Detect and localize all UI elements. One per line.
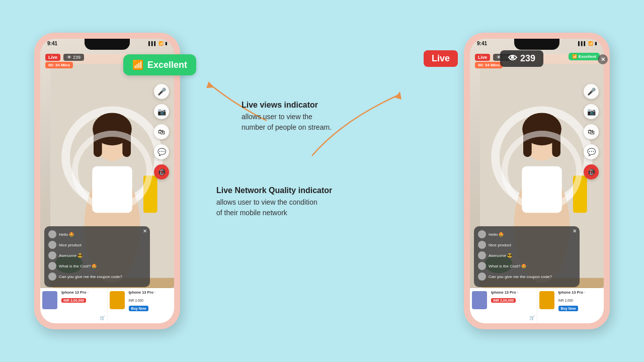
- right-product-arrow-1: ›: [517, 291, 518, 294]
- right-end-call-icon-btn[interactable]: 📵: [584, 164, 599, 179]
- annotation-network-title: Live Network Quality indicator: [216, 186, 332, 195]
- right-chat-msg-5: Can you give me the coupon code?: [478, 273, 576, 281]
- chat-text-1: Hello 🤩: [59, 232, 74, 237]
- right-product-bar: Iphone 13 Pro › INR 2,00,000 🛒 Iphone 13…: [470, 288, 604, 323]
- right-bag-icon-btn[interactable]: 🛍: [584, 124, 599, 139]
- annotation-network: Live Network Quality indicator allows us…: [216, 186, 332, 218]
- right-battery-icon: ▮: [595, 41, 597, 46]
- status-bar: 9:41 ▌▌▌ 📶 ▮: [40, 41, 174, 46]
- chat-icon-btn[interactable]: 💬: [154, 144, 169, 159]
- chat-text-5: Can you give me the coupon code?: [59, 275, 122, 279]
- right-mic-icon-btn[interactable]: 🎤: [584, 84, 599, 99]
- right-product-item-2[interactable]: Iphone 13 Pro › INR 2,000 Buy Now: [537, 288, 604, 323]
- right-chat-msg-4: What is the Cost? 🤩: [478, 262, 576, 270]
- ring-light: [72, 131, 152, 211]
- right-product-arrow-2: ›: [584, 291, 585, 294]
- eye-big-icon: 👁: [508, 53, 517, 64]
- right-product-name-2: Iphone 13 Pro: [558, 290, 584, 295]
- product-info-2: Iphone 13 Pro › INR 2,000 Buy Now: [129, 290, 173, 311]
- product-item-2[interactable]: Iphone 13 Pro › INR 2,000 Buy Now: [108, 288, 175, 323]
- right-wifi-callout-icon: 📶: [572, 54, 577, 59]
- chat-text-2: Nice product: [59, 243, 82, 247]
- mic-icon-btn[interactable]: 🎤: [154, 84, 169, 99]
- product-arrow-1: ›: [88, 291, 89, 294]
- chat-msg-3: Awesome 😎: [48, 251, 146, 259]
- right-chat-close-btn[interactable]: ✕: [573, 228, 577, 234]
- right-ring-light: [502, 131, 582, 211]
- views-count: 239: [73, 55, 80, 60]
- buy-now-btn-left[interactable]: Buy Now: [129, 306, 149, 311]
- camera-icon-btn[interactable]: 📷: [154, 104, 169, 119]
- end-call-icon-btn[interactable]: 📵: [154, 164, 169, 179]
- close-overlay-btn[interactable]: ✕: [598, 54, 608, 64]
- chat-avatar-5: [48, 273, 56, 281]
- product-name-2: Iphone 13 Pro: [129, 290, 154, 295]
- right-status-time: 9:41: [477, 41, 487, 46]
- product-bar: Iphone 13 Pro › INR 2,00,000 🛒 Iphone 13…: [40, 288, 174, 323]
- right-product-name-1: Iphone 13 Pro: [491, 290, 516, 295]
- right-phone-right-icons: 🎤 📷 🛍 💬 📵: [584, 84, 599, 179]
- annotation-network-desc: allows user to view the conditionof thei…: [216, 197, 332, 218]
- svg-marker-11: [206, 81, 214, 88]
- chat-msg-4: What is the Cost? 🤩: [48, 262, 146, 270]
- chat-avatar-1: [48, 230, 56, 238]
- right-camera-icon-btn[interactable]: 📷: [584, 104, 599, 119]
- views-badge-big: 👁 239: [500, 50, 543, 67]
- right-wifi-icon: 📶: [588, 41, 593, 46]
- right-excellent-badge: 📶 Excellent: [569, 53, 600, 60]
- right-product-price-inr-2: INR 2,000: [558, 299, 573, 302]
- views-badge: 👁 239: [63, 54, 84, 61]
- chat-close-btn[interactable]: ✕: [143, 228, 147, 234]
- right-product-thumb-1: [472, 291, 487, 309]
- right-chat-overlay: ✕ Hello 🤩 Nice product Awesome 😎 What is…: [474, 226, 580, 287]
- excellent-badge-left: 📶 Excellent: [123, 54, 196, 75]
- live-big-label: Live: [432, 53, 450, 63]
- right-product-item-1[interactable]: Iphone 13 Pro › INR 2,00,000 🛒: [470, 288, 537, 323]
- right-chat-text-1: Hello 🤩: [489, 232, 504, 237]
- bag-icon-btn[interactable]: 🛍: [154, 124, 169, 139]
- right-chat-text-2: Nice product: [489, 243, 511, 247]
- annotation-views: Live views indicator allows user to view…: [242, 101, 332, 133]
- status-time: 9:41: [47, 41, 57, 46]
- buy-now-btn-right[interactable]: Buy Now: [558, 306, 579, 311]
- chat-text-4: What is the Cost? 🤩: [59, 264, 97, 268]
- status-icons: ▌▌▌ 📶 ▮: [148, 41, 167, 46]
- right-chat-msg-3: Awesome 😎: [478, 251, 576, 259]
- chat-avatar-3: [48, 251, 56, 259]
- right-cart-icon-1[interactable]: 🛒: [529, 315, 535, 320]
- right-product-info-1: Iphone 13 Pro › INR 2,00,000: [491, 290, 535, 304]
- right-chat-avatar-2: [478, 241, 486, 249]
- right-chat-avatar-1: [478, 230, 486, 238]
- chat-overlay: ✕ Hello 🤩 Nice product Awesome 😎 What is…: [44, 226, 150, 287]
- right-live-label: Live: [478, 55, 487, 60]
- right-signal-icon: ▌▌▌: [578, 41, 587, 46]
- right-timer-text: 00: 34 Mins: [478, 63, 500, 67]
- excellent-label: Excellent: [147, 60, 187, 70]
- product-item-1[interactable]: Iphone 13 Pro › INR 2,00,000 🛒: [40, 288, 108, 323]
- right-chat-avatar-3: [478, 251, 486, 259]
- chat-msg-5: Can you give me the coupon code?: [48, 273, 146, 281]
- chat-text-3: Awesome 😎: [59, 253, 83, 258]
- product-name-1: Iphone 13 Pro: [61, 290, 87, 295]
- cart-icon-1[interactable]: 🛒: [100, 315, 105, 320]
- chat-avatar-4: [48, 262, 56, 270]
- timer-text: 00: 34 Mins: [48, 63, 70, 67]
- wifi-callout-icon: 📶: [132, 59, 143, 70]
- left-phone-bg: 9:41 ▌▌▌ 📶 ▮: [40, 39, 174, 323]
- right-chat-avatar-5: [478, 273, 486, 281]
- chat-msg-2: Nice product: [48, 241, 146, 249]
- right-status-icons: ▌▌▌ 📶 ▮: [578, 41, 597, 46]
- right-chat-text-3: Awesome 😎: [489, 253, 512, 258]
- right-icons: 🎤 📷 🛍 💬 📵: [154, 84, 169, 179]
- right-product-info-2: Iphone 13 Pro › INR 2,000 Buy Now: [558, 290, 602, 311]
- right-phone-screen: 9:41 ▌▌▌ 📶 ▮: [470, 39, 604, 323]
- left-phone-screen: 9:41 ▌▌▌ 📶 ▮: [40, 39, 174, 323]
- right-chat-icon-btn[interactable]: 💬: [584, 144, 599, 159]
- product-info-1: Iphone 13 Pro › INR 2,00,000: [61, 290, 105, 304]
- right-product-price-1: INR 2,00,000: [491, 298, 516, 303]
- right-chat-msg-1: Hello 🤩: [478, 230, 576, 238]
- views-big-count: 239: [520, 53, 535, 64]
- product-thumb-2: [110, 291, 125, 309]
- chat-avatar-2: [48, 241, 56, 249]
- svg-marker-12: [395, 92, 401, 100]
